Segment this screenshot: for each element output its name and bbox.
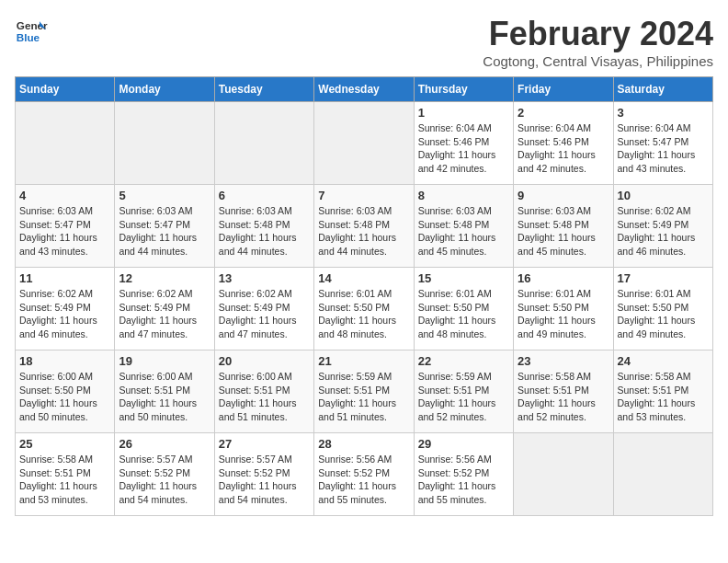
day-info: Sunrise: 6:00 AM Sunset: 5:50 PM Dayligh… [19, 370, 110, 424]
day-info: Sunrise: 6:03 AM Sunset: 5:48 PM Dayligh… [418, 204, 509, 259]
title-area: February 2024 Cogtong, Central Visayas, … [483, 15, 713, 69]
day-number: 25 [19, 437, 110, 451]
calendar-table: SundayMondayTuesdayWednesdayThursdayFrid… [15, 76, 713, 516]
day-number: 11 [19, 271, 110, 285]
day-info: Sunrise: 6:03 AM Sunset: 5:48 PM Dayligh… [318, 204, 409, 259]
calendar-cell [214, 102, 313, 185]
day-info: Sunrise: 6:01 AM Sunset: 5:50 PM Dayligh… [618, 287, 709, 341]
day-info: Sunrise: 6:03 AM Sunset: 5:48 PM Dayligh… [219, 204, 310, 259]
calendar-cell: 6Sunrise: 6:03 AM Sunset: 5:48 PM Daylig… [214, 185, 313, 268]
location: Cogtong, Central Visayas, Philippines [483, 53, 713, 69]
calendar-week-row: 1Sunrise: 6:04 AM Sunset: 5:46 PM Daylig… [16, 102, 713, 185]
day-info: Sunrise: 6:00 AM Sunset: 5:51 PM Dayligh… [219, 370, 310, 424]
day-number: 20 [219, 354, 310, 368]
day-info: Sunrise: 6:01 AM Sunset: 5:50 PM Dayligh… [418, 287, 509, 341]
day-number: 8 [418, 189, 509, 202]
calendar-cell: 28Sunrise: 5:56 AM Sunset: 5:52 PM Dayli… [314, 433, 414, 516]
day-number: 7 [318, 189, 409, 202]
svg-text:Blue: Blue [17, 31, 40, 43]
day-number: 29 [418, 437, 509, 451]
day-info: Sunrise: 5:56 AM Sunset: 5:52 PM Dayligh… [418, 453, 509, 507]
day-number: 13 [219, 271, 310, 285]
calendar-cell: 4Sunrise: 6:03 AM Sunset: 5:47 PM Daylig… [16, 185, 115, 268]
calendar-cell: 13Sunrise: 6:02 AM Sunset: 5:49 PM Dayli… [214, 268, 313, 350]
calendar-cell: 3Sunrise: 6:04 AM Sunset: 5:47 PM Daylig… [613, 102, 712, 185]
weekday-header-cell: Sunday [16, 77, 115, 102]
day-number: 10 [618, 189, 709, 202]
day-number: 2 [518, 106, 609, 120]
day-number: 24 [618, 354, 709, 368]
day-number: 23 [518, 354, 609, 368]
calendar-cell: 1Sunrise: 6:04 AM Sunset: 5:46 PM Daylig… [414, 102, 513, 185]
calendar-cell: 18Sunrise: 6:00 AM Sunset: 5:50 PM Dayli… [16, 350, 115, 433]
calendar-cell [613, 433, 712, 516]
calendar-week-row: 11Sunrise: 6:02 AM Sunset: 5:49 PM Dayli… [16, 268, 713, 350]
day-info: Sunrise: 5:57 AM Sunset: 5:52 PM Dayligh… [119, 453, 210, 507]
calendar-cell [16, 102, 115, 185]
calendar-cell [514, 433, 613, 516]
weekday-header-row: SundayMondayTuesdayWednesdayThursdayFrid… [16, 77, 713, 102]
day-info: Sunrise: 6:01 AM Sunset: 5:50 PM Dayligh… [518, 287, 609, 341]
weekday-header-cell: Monday [115, 77, 214, 102]
calendar-cell: 16Sunrise: 6:01 AM Sunset: 5:50 PM Dayli… [514, 268, 613, 350]
weekday-header-cell: Thursday [414, 77, 513, 102]
day-number: 1 [418, 106, 509, 120]
day-info: Sunrise: 5:57 AM Sunset: 5:52 PM Dayligh… [219, 453, 310, 507]
calendar-cell: 11Sunrise: 6:02 AM Sunset: 5:49 PM Dayli… [16, 268, 115, 350]
calendar-cell: 7Sunrise: 6:03 AM Sunset: 5:48 PM Daylig… [314, 185, 414, 268]
day-info: Sunrise: 6:02 AM Sunset: 5:49 PM Dayligh… [119, 287, 210, 341]
day-number: 14 [318, 271, 409, 285]
calendar-cell [115, 102, 214, 185]
day-info: Sunrise: 6:01 AM Sunset: 5:50 PM Dayligh… [318, 287, 409, 341]
weekday-header-cell: Friday [514, 77, 613, 102]
calendar-body: 1Sunrise: 6:04 AM Sunset: 5:46 PM Daylig… [16, 102, 713, 516]
day-info: Sunrise: 5:59 AM Sunset: 5:51 PM Dayligh… [418, 370, 509, 424]
month-year: February 2024 [483, 15, 713, 53]
day-info: Sunrise: 5:58 AM Sunset: 5:51 PM Dayligh… [618, 370, 709, 424]
day-info: Sunrise: 6:02 AM Sunset: 5:49 PM Dayligh… [219, 287, 310, 341]
day-number: 28 [318, 437, 409, 451]
day-number: 12 [119, 271, 210, 285]
weekday-header-cell: Wednesday [314, 77, 414, 102]
day-number: 9 [518, 189, 609, 202]
calendar-cell: 9Sunrise: 6:03 AM Sunset: 5:48 PM Daylig… [514, 185, 613, 268]
calendar-cell: 15Sunrise: 6:01 AM Sunset: 5:50 PM Dayli… [414, 268, 513, 350]
calendar-cell: 19Sunrise: 6:00 AM Sunset: 5:51 PM Dayli… [115, 350, 214, 433]
day-info: Sunrise: 6:02 AM Sunset: 5:49 PM Dayligh… [19, 287, 110, 341]
day-number: 3 [618, 106, 709, 120]
day-number: 5 [119, 189, 210, 202]
logo-icon: General Blue [15, 15, 48, 48]
day-number: 18 [19, 354, 110, 368]
header: General Blue February 2024 Cogtong, Cent… [15, 15, 713, 69]
weekday-header-cell: Saturday [613, 77, 712, 102]
calendar-cell: 20Sunrise: 6:00 AM Sunset: 5:51 PM Dayli… [214, 350, 313, 433]
calendar-cell: 22Sunrise: 5:59 AM Sunset: 5:51 PM Dayli… [414, 350, 513, 433]
day-number: 17 [618, 271, 709, 285]
calendar-cell: 2Sunrise: 6:04 AM Sunset: 5:46 PM Daylig… [514, 102, 613, 185]
day-info: Sunrise: 6:04 AM Sunset: 5:46 PM Dayligh… [518, 121, 609, 176]
day-info: Sunrise: 5:58 AM Sunset: 5:51 PM Dayligh… [19, 453, 110, 507]
day-info: Sunrise: 5:56 AM Sunset: 5:52 PM Dayligh… [318, 453, 409, 507]
day-number: 19 [119, 354, 210, 368]
calendar-cell: 5Sunrise: 6:03 AM Sunset: 5:47 PM Daylig… [115, 185, 214, 268]
calendar-week-row: 18Sunrise: 6:00 AM Sunset: 5:50 PM Dayli… [16, 350, 713, 433]
calendar-cell: 21Sunrise: 5:59 AM Sunset: 5:51 PM Dayli… [314, 350, 414, 433]
day-number: 4 [19, 189, 110, 202]
calendar-cell: 24Sunrise: 5:58 AM Sunset: 5:51 PM Dayli… [613, 350, 712, 433]
day-info: Sunrise: 6:04 AM Sunset: 5:47 PM Dayligh… [618, 121, 709, 176]
day-info: Sunrise: 6:03 AM Sunset: 5:48 PM Dayligh… [518, 204, 609, 259]
day-info: Sunrise: 6:03 AM Sunset: 5:47 PM Dayligh… [119, 204, 210, 259]
calendar-cell: 8Sunrise: 6:03 AM Sunset: 5:48 PM Daylig… [414, 185, 513, 268]
day-number: 6 [219, 189, 310, 202]
logo: General Blue [15, 15, 48, 48]
day-number: 22 [418, 354, 509, 368]
calendar-cell: 17Sunrise: 6:01 AM Sunset: 5:50 PM Dayli… [613, 268, 712, 350]
calendar-cell: 25Sunrise: 5:58 AM Sunset: 5:51 PM Dayli… [16, 433, 115, 516]
day-info: Sunrise: 6:02 AM Sunset: 5:49 PM Dayligh… [618, 204, 709, 259]
calendar-cell: 10Sunrise: 6:02 AM Sunset: 5:49 PM Dayli… [613, 185, 712, 268]
calendar-cell: 26Sunrise: 5:57 AM Sunset: 5:52 PM Dayli… [115, 433, 214, 516]
calendar-cell: 29Sunrise: 5:56 AM Sunset: 5:52 PM Dayli… [414, 433, 513, 516]
weekday-header-cell: Tuesday [214, 77, 313, 102]
day-number: 27 [219, 437, 310, 451]
day-info: Sunrise: 6:04 AM Sunset: 5:46 PM Dayligh… [418, 121, 509, 176]
